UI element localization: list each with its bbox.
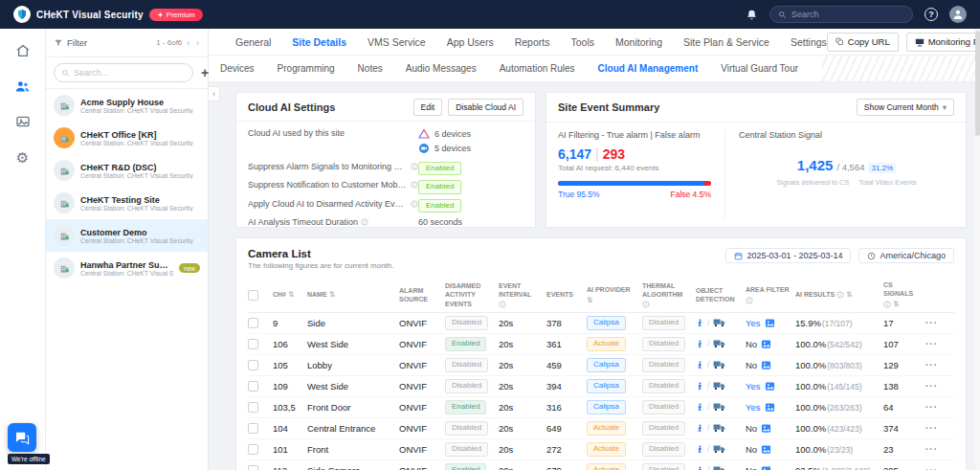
monitoring-portal-button[interactable]: Monitoring Portal [906, 33, 980, 52]
site-list-item[interactable]: Hanwha Partner Summit Central Station: C… [46, 252, 208, 284]
column-header[interactable]: THERMAL ALGORITHM ⇅ [642, 281, 696, 308]
nav-sites[interactable] [11, 76, 34, 97]
panel-collapse-button[interactable]: ‹ [209, 86, 220, 101]
info-icon[interactable] [642, 301, 650, 308]
area-filter-image-icon[interactable] [761, 360, 771, 370]
area-filter-image-icon[interactable] [761, 465, 771, 470]
info-icon[interactable] [411, 163, 418, 170]
area-filter-image-icon[interactable] [765, 318, 775, 328]
info-icon[interactable] [411, 181, 418, 189]
site-list-item[interactable]: Acme Supply House Central Station: CHeKT… [46, 89, 208, 122]
primary-tab[interactable]: Site Plan & Service [683, 36, 769, 48]
nav-settings[interactable]: ⚙ [11, 146, 34, 168]
primary-tab[interactable]: VMS Service [368, 36, 426, 48]
row-menu-button[interactable]: ··· [925, 444, 948, 455]
primary-tab[interactable]: Settings [791, 36, 827, 48]
column-header[interactable]: ALARM SOURCE ⇅ [399, 286, 445, 303]
row-checkbox[interactable] [248, 402, 258, 413]
ai-provider-badge[interactable]: Actuate [587, 421, 626, 435]
area-filter-image-icon[interactable] [761, 444, 771, 455]
site-list-item[interactable]: Customer Demo Central Station: CHeKT Vis… [46, 219, 208, 252]
sort-icon[interactable]: ⇅ [846, 290, 852, 300]
column-header[interactable]: CH# ⇅ [273, 290, 307, 300]
area-filter-image-icon[interactable] [761, 423, 771, 434]
site-search-input[interactable] [74, 68, 186, 78]
row-checkbox[interactable] [248, 444, 258, 455]
row-menu-button[interactable]: ··· [925, 402, 948, 413]
primary-tab[interactable]: Reports [515, 36, 550, 48]
secondary-tab[interactable]: Devices [220, 63, 255, 74]
disable-cloud-ai-button[interactable]: Disable Cloud AI [448, 99, 523, 116]
area-filter-image-icon[interactable] [765, 402, 775, 413]
area-filter-image-icon[interactable] [765, 381, 775, 392]
camera-table-row[interactable]: 101 Front ONVIF Disabled 20s 272 Actuate… [248, 439, 954, 460]
page-scrollbar[interactable] [975, 29, 980, 470]
secondary-tab[interactable]: Notes [358, 63, 383, 74]
sort-icon[interactable]: ⇅ [587, 296, 592, 305]
global-search-input[interactable] [791, 10, 904, 19]
info-icon[interactable] [883, 301, 891, 308]
camera-table-row[interactable]: 103,5 Front Door ONVIF Enabled 20s 316 C… [248, 397, 954, 418]
ai-provider-badge[interactable]: Actuate [587, 337, 626, 350]
copy-url-button[interactable]: Copy URL [827, 33, 899, 52]
column-header[interactable]: EVENT INTERVAL ⇅ [499, 281, 546, 308]
site-list-item[interactable]: CHeKT Testing Site Central Station: CHeK… [46, 187, 208, 219]
row-checkbox[interactable] [248, 465, 258, 470]
primary-tab[interactable]: General [235, 36, 271, 48]
page-prev-icon[interactable]: ‹ [186, 37, 190, 48]
camera-table-row[interactable]: 9 Side ONVIF Disabled 20s 378 Calipsa Di… [248, 313, 954, 334]
ai-provider-badge[interactable]: Calipsa [587, 400, 626, 414]
column-header[interactable]: EVENTS ⇅ [546, 290, 587, 299]
nav-home[interactable] [11, 40, 34, 61]
camera-table-row[interactable]: 104 Central Entrance ONVIF Disabled 20s … [248, 418, 954, 439]
column-header[interactable]: AREA FILTER ⇅ [746, 285, 795, 303]
secondary-tab[interactable]: Cloud AI Management [598, 63, 699, 74]
sort-icon[interactable]: ⇅ [893, 300, 899, 309]
ai-provider-badge[interactable]: Calipsa [587, 358, 626, 371]
timezone-chip[interactable]: America/Chicago [858, 248, 954, 263]
row-menu-button[interactable]: ··· [925, 318, 948, 328]
column-header[interactable]: AI PROVIDER ⇅ [587, 285, 642, 305]
secondary-tab[interactable]: Programming [278, 63, 335, 74]
site-list-item[interactable]: CHeKT Office [KR] Central Station: CHeKT… [46, 122, 208, 154]
row-menu-button[interactable]: ··· [925, 360, 948, 370]
notifications-bell-icon[interactable] [746, 9, 758, 21]
column-header[interactable]: OBJECT DETECTION ⇅ [696, 286, 746, 303]
primary-tab[interactable]: Site Details [292, 36, 346, 48]
primary-tab[interactable]: Monitoring [615, 36, 662, 48]
row-checkbox[interactable] [248, 339, 258, 349]
scrollbar-thumb[interactable] [975, 31, 980, 136]
info-icon[interactable] [836, 291, 844, 299]
row-menu-button[interactable]: ··· [925, 465, 948, 470]
ai-provider-badge[interactable]: Calipsa [587, 379, 626, 392]
ai-provider-badge[interactable]: Actuate [587, 442, 626, 456]
secondary-tab[interactable]: Virtual Guard Tour [721, 63, 798, 74]
secondary-tab[interactable]: Automation Rules [500, 63, 575, 74]
camera-table-row[interactable]: 109 West Side ONVIF Disabled 20s 394 Cal… [248, 376, 954, 397]
row-menu-button[interactable]: ··· [925, 423, 948, 434]
row-checkbox[interactable] [248, 381, 258, 392]
row-checkbox[interactable] [248, 318, 258, 328]
nav-media[interactable] [11, 111, 34, 132]
row-checkbox[interactable] [248, 423, 258, 434]
column-header[interactable]: CS SIGNALS ⇅ [883, 280, 925, 309]
chat-button[interactable] [8, 423, 36, 452]
info-icon[interactable] [746, 297, 753, 304]
sort-icon[interactable]: ⇅ [329, 290, 335, 300]
info-icon[interactable] [411, 200, 418, 208]
row-menu-button[interactable]: ··· [925, 381, 948, 392]
column-header[interactable]: NAME ⇅ [307, 290, 399, 300]
sort-icon[interactable]: ⇅ [288, 290, 294, 300]
camera-table-row[interactable]: 112 Side Camera ONVIF Enabled 20s 679 Ac… [248, 460, 954, 470]
secondary-tab[interactable]: Audio Messages [406, 63, 477, 74]
site-list-item[interactable]: CHeKT R&D (DSC) Central Station: CHeKT V… [46, 154, 208, 187]
edit-button[interactable]: Edit [413, 99, 443, 116]
date-range-chip[interactable]: 2025-03-01 - 2025-03-14 [725, 248, 851, 263]
area-filter-image-icon[interactable] [761, 339, 771, 349]
camera-table-row[interactable]: 106 West Side ONVIF Enabled 20s 361 Actu… [248, 334, 954, 355]
help-icon[interactable]: ? [924, 8, 938, 21]
info-icon[interactable] [499, 301, 506, 308]
row-menu-button[interactable]: ··· [925, 339, 948, 349]
info-icon[interactable] [361, 218, 368, 226]
primary-tab[interactable]: Tools [570, 36, 594, 48]
